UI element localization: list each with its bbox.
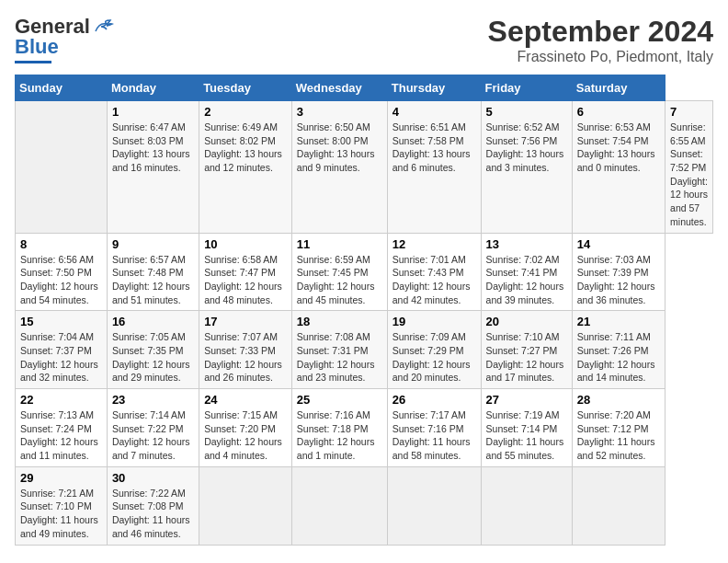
day-number: 12 <box>392 237 476 251</box>
header-friday: Friday <box>481 75 572 101</box>
calendar-cell: 16Sunrise: 7:05 AM Sunset: 7:35 PM Dayli… <box>107 311 199 389</box>
header-wednesday: Wednesday <box>291 75 387 101</box>
day-number: 16 <box>112 315 194 328</box>
day-number: 20 <box>486 315 567 328</box>
day-info: Sunrise: 6:58 AM Sunset: 7:47 PM Dayligh… <box>204 253 287 307</box>
day-info: Sunrise: 7:17 AM Sunset: 7:16 PM Dayligh… <box>392 408 476 463</box>
day-info: Sunrise: 7:21 AM Sunset: 7:10 PM Dayligh… <box>20 487 102 541</box>
day-info: Sunrise: 6:49 AM Sunset: 8:02 PM Dayligh… <box>204 121 287 175</box>
day-number: 10 <box>204 237 287 251</box>
day-number: 15 <box>20 315 102 328</box>
calendar-cell: 2Sunrise: 6:49 AM Sunset: 8:02 PM Daylig… <box>199 101 292 234</box>
day-number: 4 <box>392 105 476 119</box>
calendar-cell: 11Sunrise: 6:59 AM Sunset: 7:45 PM Dayli… <box>291 233 387 311</box>
day-number: 28 <box>577 393 660 407</box>
day-info: Sunrise: 7:05 AM Sunset: 7:35 PM Dayligh… <box>112 330 194 385</box>
day-info: Sunrise: 7:04 AM Sunset: 7:37 PM Dayligh… <box>20 330 102 385</box>
bird-icon <box>94 18 114 35</box>
logo-underline <box>15 61 51 63</box>
day-number: 17 <box>204 315 287 328</box>
logo: General Blue <box>15 15 114 63</box>
calendar-week-2: 8Sunrise: 6:56 AM Sunset: 7:50 PM Daylig… <box>16 233 713 311</box>
calendar-cell: 22Sunrise: 7:13 AM Sunset: 7:24 PM Dayli… <box>16 389 108 467</box>
calendar-cell: 4Sunrise: 6:51 AM Sunset: 7:58 PM Daylig… <box>387 101 481 234</box>
day-number: 7 <box>670 105 708 119</box>
day-number: 25 <box>297 393 382 407</box>
day-info: Sunrise: 7:14 AM Sunset: 7:22 PM Dayligh… <box>112 408 194 463</box>
calendar-cell: 6Sunrise: 6:53 AM Sunset: 7:54 PM Daylig… <box>572 101 665 234</box>
calendar-cell: 26Sunrise: 7:17 AM Sunset: 7:16 PM Dayli… <box>387 389 481 467</box>
day-info: Sunrise: 7:13 AM Sunset: 7:24 PM Dayligh… <box>20 408 102 463</box>
day-number: 30 <box>112 471 194 485</box>
day-info: Sunrise: 7:07 AM Sunset: 7:33 PM Dayligh… <box>204 330 287 385</box>
day-info: Sunrise: 7:15 AM Sunset: 7:20 PM Dayligh… <box>204 408 287 463</box>
day-number: 18 <box>297 315 382 328</box>
day-info: Sunrise: 6:52 AM Sunset: 7:56 PM Dayligh… <box>486 121 567 175</box>
calendar-cell: 10Sunrise: 6:58 AM Sunset: 7:47 PM Dayli… <box>199 233 292 311</box>
calendar-cell: 24Sunrise: 7:15 AM Sunset: 7:20 PM Dayli… <box>199 389 292 467</box>
header-thursday: Thursday <box>387 75 481 101</box>
calendar-title: September 2024 <box>488 15 713 49</box>
calendar-cell: 19Sunrise: 7:09 AM Sunset: 7:29 PM Dayli… <box>387 311 481 389</box>
day-number: 5 <box>486 105 567 119</box>
day-number: 26 <box>392 393 476 407</box>
calendar-cell <box>199 466 292 545</box>
day-info: Sunrise: 7:02 AM Sunset: 7:41 PM Dayligh… <box>486 253 567 307</box>
calendar-week-4: 22Sunrise: 7:13 AM Sunset: 7:24 PM Dayli… <box>16 389 713 467</box>
calendar-cell: 3Sunrise: 6:50 AM Sunset: 8:00 PM Daylig… <box>291 101 387 234</box>
calendar-cell: 1Sunrise: 6:47 AM Sunset: 8:03 PM Daylig… <box>107 101 199 234</box>
calendar-cell: 18Sunrise: 7:08 AM Sunset: 7:31 PM Dayli… <box>291 311 387 389</box>
header-monday: Monday <box>107 75 199 101</box>
calendar-header-row: SundayMondayTuesdayWednesdayThursdayFrid… <box>16 75 713 101</box>
day-info: Sunrise: 7:22 AM Sunset: 7:08 PM Dayligh… <box>112 487 194 541</box>
calendar-cell: 5Sunrise: 6:52 AM Sunset: 7:56 PM Daylig… <box>481 101 572 234</box>
day-info: Sunrise: 7:16 AM Sunset: 7:18 PM Dayligh… <box>297 408 382 463</box>
calendar-cell: 29Sunrise: 7:21 AM Sunset: 7:10 PM Dayli… <box>16 466 108 545</box>
day-number: 23 <box>112 393 194 407</box>
day-info: Sunrise: 6:57 AM Sunset: 7:48 PM Dayligh… <box>112 253 194 307</box>
calendar-cell <box>291 466 387 545</box>
calendar-week-5: 29Sunrise: 7:21 AM Sunset: 7:10 PM Dayli… <box>16 466 713 545</box>
day-number: 19 <box>392 315 476 328</box>
calendar-cell <box>481 466 572 545</box>
day-info: Sunrise: 7:20 AM Sunset: 7:12 PM Dayligh… <box>577 408 660 463</box>
logo-blue: Blue <box>15 35 59 59</box>
calendar-table: SundayMondayTuesdayWednesdayThursdayFrid… <box>15 75 713 546</box>
day-number: 3 <box>297 105 382 119</box>
calendar-cell: 7Sunrise: 6:55 AM Sunset: 7:52 PM Daylig… <box>665 101 713 234</box>
calendar-cell: 28Sunrise: 7:20 AM Sunset: 7:12 PM Dayli… <box>572 389 665 467</box>
calendar-cell: 25Sunrise: 7:16 AM Sunset: 7:18 PM Dayli… <box>291 389 387 467</box>
day-info: Sunrise: 6:51 AM Sunset: 7:58 PM Dayligh… <box>392 121 476 175</box>
day-number: 6 <box>577 105 660 119</box>
calendar-cell <box>16 101 108 234</box>
day-info: Sunrise: 7:03 AM Sunset: 7:39 PM Dayligh… <box>577 253 660 307</box>
day-number: 29 <box>20 471 102 485</box>
day-info: Sunrise: 6:50 AM Sunset: 8:00 PM Dayligh… <box>297 121 382 175</box>
calendar-cell: 13Sunrise: 7:02 AM Sunset: 7:41 PM Dayli… <box>481 233 572 311</box>
calendar-cell: 14Sunrise: 7:03 AM Sunset: 7:39 PM Dayli… <box>572 233 665 311</box>
calendar-week-3: 15Sunrise: 7:04 AM Sunset: 7:37 PM Dayli… <box>16 311 713 389</box>
calendar-cell: 15Sunrise: 7:04 AM Sunset: 7:37 PM Dayli… <box>16 311 108 389</box>
day-info: Sunrise: 7:09 AM Sunset: 7:29 PM Dayligh… <box>392 330 476 385</box>
day-number: 21 <box>577 315 660 328</box>
calendar-cell: 27Sunrise: 7:19 AM Sunset: 7:14 PM Dayli… <box>481 389 572 467</box>
title-block: September 2024 Frassineto Po, Piedmont, … <box>488 15 713 65</box>
day-info: Sunrise: 6:47 AM Sunset: 8:03 PM Dayligh… <box>112 121 194 175</box>
calendar-cell: 23Sunrise: 7:14 AM Sunset: 7:22 PM Dayli… <box>107 389 199 467</box>
day-info: Sunrise: 7:08 AM Sunset: 7:31 PM Dayligh… <box>297 330 382 385</box>
day-number: 14 <box>577 237 660 251</box>
calendar-cell: 9Sunrise: 6:57 AM Sunset: 7:48 PM Daylig… <box>107 233 199 311</box>
calendar-week-1: 1Sunrise: 6:47 AM Sunset: 8:03 PM Daylig… <box>16 101 713 234</box>
day-number: 13 <box>486 237 567 251</box>
calendar-cell: 12Sunrise: 7:01 AM Sunset: 7:43 PM Dayli… <box>387 233 481 311</box>
day-info: Sunrise: 6:59 AM Sunset: 7:45 PM Dayligh… <box>297 253 382 307</box>
day-info: Sunrise: 7:01 AM Sunset: 7:43 PM Dayligh… <box>392 253 476 307</box>
day-info: Sunrise: 6:55 AM Sunset: 7:52 PM Dayligh… <box>670 121 708 229</box>
day-number: 2 <box>204 105 287 119</box>
header-saturday: Saturday <box>572 75 665 101</box>
calendar-cell <box>387 466 481 545</box>
day-number: 1 <box>112 105 194 119</box>
header-tuesday: Tuesday <box>199 75 292 101</box>
day-info: Sunrise: 7:19 AM Sunset: 7:14 PM Dayligh… <box>486 408 567 463</box>
calendar-cell: 17Sunrise: 7:07 AM Sunset: 7:33 PM Dayli… <box>199 311 292 389</box>
